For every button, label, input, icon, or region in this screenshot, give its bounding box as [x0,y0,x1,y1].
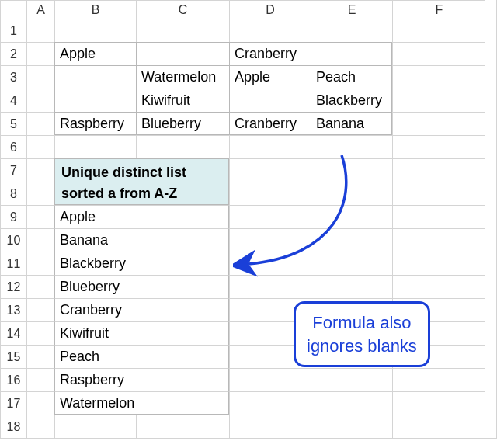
cell-D5[interactable]: Cranberry [229,112,311,135]
row-header-15[interactable]: 15 [0,345,26,368]
cell-A16[interactable] [26,368,54,391]
row-header-11[interactable]: 11 [0,252,26,275]
row-header-10[interactable]: 10 [0,228,26,252]
cell-E17[interactable] [311,391,392,415]
cell-D12[interactable] [229,275,311,298]
cell-D16[interactable] [229,368,311,391]
cell-A11[interactable] [26,252,54,275]
cell-B2[interactable]: Apple [54,42,136,65]
cell-E6[interactable] [311,135,392,158]
row-header-18[interactable]: 18 [0,415,26,438]
cell-F5[interactable] [392,112,485,135]
cell-D1[interactable] [229,19,311,42]
result-item-5[interactable]: Kiwifruit [54,321,229,345]
cell-F10[interactable] [392,228,485,252]
result-item-1[interactable]: Banana [54,228,229,252]
cell-F18[interactable] [392,415,485,438]
cell-B4[interactable] [54,89,136,112]
cell-E8[interactable] [311,182,392,205]
result-item-8[interactable]: Watermelon [54,391,229,415]
row-header-13[interactable]: 13 [0,298,26,321]
cell-E2[interactable] [311,42,392,65]
cell-E16[interactable] [311,368,392,391]
cell-E11[interactable] [311,252,392,275]
col-header-D[interactable]: D [229,0,311,19]
row-header-3[interactable]: 3 [0,65,26,89]
cell-C2[interactable] [136,42,229,65]
col-header-C[interactable]: C [136,0,229,19]
cell-F6[interactable] [392,135,485,158]
row-header-5[interactable]: 5 [0,112,26,135]
cell-F16[interactable] [392,368,485,391]
result-item-3[interactable]: Blueberry [54,275,229,298]
cell-D3[interactable]: Apple [229,65,311,89]
cell-B5[interactable]: Raspberry [54,112,136,135]
cell-E1[interactable] [311,19,392,42]
result-item-6[interactable]: Peach [54,345,229,368]
cell-F2[interactable] [392,42,485,65]
row-header-1[interactable]: 1 [0,19,26,42]
cell-F8[interactable] [392,182,485,205]
row-header-8[interactable]: 8 [0,182,26,205]
result-item-2[interactable]: Blackberry [54,252,229,275]
row-header-7[interactable]: 7 [0,158,26,182]
cell-A15[interactable] [26,345,54,368]
cell-C4[interactable]: Kiwifruit [136,89,229,112]
cell-E3[interactable]: Peach [311,65,392,89]
cell-D17[interactable] [229,391,311,415]
result-item-4[interactable]: Cranberry [54,298,229,321]
cell-A9[interactable] [26,205,54,228]
row-header-16[interactable]: 16 [0,368,26,391]
cell-A8[interactable] [26,182,54,205]
result-header[interactable]: Unique distinct list sorted a from A-Z [54,158,229,205]
cell-A13[interactable] [26,298,54,321]
cell-A5[interactable] [26,112,54,135]
cell-A12[interactable] [26,275,54,298]
cell-F1[interactable] [392,19,485,42]
col-header-B[interactable]: B [54,0,136,19]
cell-C18[interactable] [136,415,229,438]
result-item-0[interactable]: Apple [54,205,229,228]
cell-A10[interactable] [26,228,54,252]
cell-A6[interactable] [26,135,54,158]
cell-B3[interactable] [54,65,136,89]
cell-C3[interactable]: Watermelon [136,65,229,89]
cell-B6[interactable] [54,135,136,158]
cell-D9[interactable] [229,205,311,228]
cell-C6[interactable] [136,135,229,158]
cell-F7[interactable] [392,158,485,182]
cell-A17[interactable] [26,391,54,415]
cell-B18[interactable] [54,415,136,438]
cell-D8[interactable] [229,182,311,205]
cell-A7[interactable] [26,158,54,182]
cell-A4[interactable] [26,89,54,112]
cell-A18[interactable] [26,415,54,438]
cell-A2[interactable] [26,42,54,65]
cell-D6[interactable] [229,135,311,158]
cell-A1[interactable] [26,19,54,42]
cell-F17[interactable] [392,391,485,415]
row-header-9[interactable]: 9 [0,205,26,228]
select-all-corner[interactable] [0,0,26,19]
cell-D2[interactable]: Cranberry [229,42,311,65]
col-header-A[interactable]: A [26,0,54,19]
cell-E12[interactable] [311,275,392,298]
cell-C5[interactable]: Blueberry [136,112,229,135]
cell-E18[interactable] [311,415,392,438]
cell-F4[interactable] [392,89,485,112]
cell-E9[interactable] [311,205,392,228]
col-header-E[interactable]: E [311,0,392,19]
cell-D10[interactable] [229,228,311,252]
cell-F11[interactable] [392,252,485,275]
cell-D4[interactable] [229,89,311,112]
cell-D7[interactable] [229,158,311,182]
cell-A3[interactable] [26,65,54,89]
row-header-6[interactable]: 6 [0,135,26,158]
cell-E7[interactable] [311,158,392,182]
cell-D18[interactable] [229,415,311,438]
cell-E5[interactable]: Banana [311,112,392,135]
row-header-2[interactable]: 2 [0,42,26,65]
cell-E4[interactable]: Blackberry [311,89,392,112]
cell-F3[interactable] [392,65,485,89]
result-item-7[interactable]: Raspberry [54,368,229,391]
